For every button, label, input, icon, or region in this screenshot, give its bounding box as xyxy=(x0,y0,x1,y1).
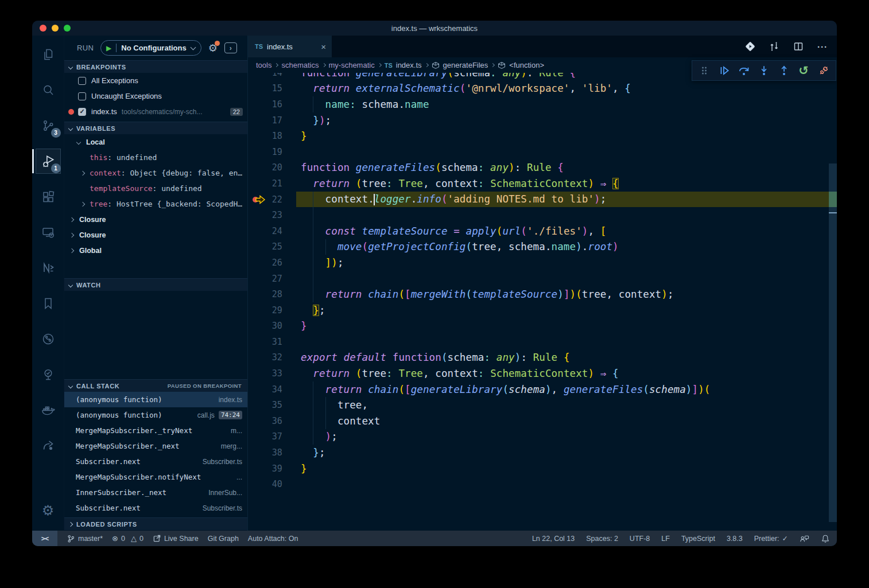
code-line[interactable]: 35 tree, xyxy=(248,397,837,413)
variable-row[interactable]: tree: HostTree {_backend: ScopedH… xyxy=(64,196,247,212)
eol-setting[interactable]: LF xyxy=(661,535,670,543)
line-number[interactable]: 32 xyxy=(248,352,282,363)
code-line[interactable]: 30} xyxy=(248,318,837,334)
line-number[interactable]: 35 xyxy=(248,400,282,410)
split-editor-icon[interactable] xyxy=(793,41,804,52)
line-number[interactable]: 19 xyxy=(248,147,282,157)
line-number[interactable]: 17 xyxy=(248,115,282,126)
line-number[interactable]: 31 xyxy=(248,337,282,347)
breadcrumb-tools[interactable]: tools xyxy=(256,61,271,69)
code-line[interactable]: 39} xyxy=(248,461,837,477)
code-line[interactable]: 26 ]); xyxy=(248,255,837,271)
prettier-status[interactable]: Prettier: ✓ xyxy=(754,534,788,543)
line-number[interactable]: 38 xyxy=(248,447,282,458)
step-out-button[interactable] xyxy=(775,62,793,79)
activity-search[interactable] xyxy=(34,72,62,108)
breakpoint-row[interactable]: ✓index.tstools/schematics/my-sch...22 xyxy=(64,104,247,119)
code-line[interactable]: 28 return chain([mergeWith(templateSourc… xyxy=(248,286,837,302)
line-number[interactable]: 30 xyxy=(248,321,282,331)
typescript-version[interactable]: 3.8.3 xyxy=(727,535,743,543)
activity-docker[interactable] xyxy=(34,392,62,428)
breadcrumb-index-ts[interactable]: index.ts xyxy=(396,61,422,69)
zoom-window-button[interactable] xyxy=(64,25,71,32)
watch-header[interactable]: WATCH xyxy=(64,278,247,291)
minimize-window-button[interactable] xyxy=(52,25,59,32)
variable-row[interactable]: context: Object {debug: false, en… xyxy=(64,165,247,181)
activity-manage[interactable]: ⚙ xyxy=(34,493,62,528)
code-line[interactable]: 15 return externalSchematic('@nrwl/works… xyxy=(248,81,837,97)
step-into-button[interactable] xyxy=(755,62,773,79)
code-line[interactable]: 20function generateFiles(schema: any): R… xyxy=(248,160,837,176)
more-actions-icon[interactable]: ··· xyxy=(817,42,828,52)
breakpoint-checkbox[interactable] xyxy=(78,77,86,85)
code-line[interactable]: 34 return chain([generateLibrary(schema)… xyxy=(248,381,837,398)
code-line[interactable]: 19 xyxy=(248,144,837,160)
step-over-button[interactable] xyxy=(735,62,752,79)
breadcrumb-schematics[interactable]: schematics xyxy=(281,61,319,69)
call-stack-frame[interactable]: MergeMapSubscriber._tryNextm... xyxy=(64,423,247,438)
code-line[interactable]: 40 xyxy=(248,476,837,492)
code-line[interactable]: 36 context xyxy=(248,413,837,429)
line-number[interactable]: 34 xyxy=(248,384,282,395)
remote-indicator[interactable]: >< xyxy=(32,531,57,546)
launch-configuration-dropdown[interactable]: ▶ No Configurations xyxy=(100,40,201,56)
breadcrumb-generateFiles[interactable]: generateFiles xyxy=(443,61,488,69)
code-line[interactable]: 33 return (tree: Tree, context: Schemati… xyxy=(248,365,837,381)
activity-remote-explorer[interactable] xyxy=(34,215,62,250)
code-line[interactable]: 21 return (tree: Tree, context: Schemati… xyxy=(248,176,837,192)
tab-index-ts[interactable]: TS index.ts × xyxy=(248,36,332,57)
toolbar-drag-grip[interactable] xyxy=(696,62,713,79)
activity-nx-console[interactable] xyxy=(34,250,62,286)
call-stack-frame[interactable]: MergeMapSubscriber.notifyNext... xyxy=(64,469,247,485)
code-line[interactable]: 18} xyxy=(248,128,837,144)
call-stack-frame[interactable]: (anonymous function)index.ts xyxy=(64,392,247,407)
line-number[interactable]: 39 xyxy=(248,464,282,474)
code-line[interactable]: 16 name: schema.name xyxy=(248,96,837,112)
line-number[interactable]: 16 xyxy=(248,99,282,110)
code-line[interactable]: 29 }; xyxy=(248,302,837,318)
code-line[interactable]: 22 context.logger.info('adding NOTES.md … xyxy=(248,192,837,208)
call-stack-frame[interactable]: Subscriber.nextSubscriber.ts xyxy=(64,500,247,516)
code-line[interactable]: 24 const templateSource = apply(url('./f… xyxy=(248,223,837,239)
debug-console-icon[interactable]: › xyxy=(224,42,237,53)
line-number[interactable]: 18 xyxy=(248,131,282,141)
call-stack-frame[interactable]: MergeMapSubscriber._nextmerg... xyxy=(64,438,247,454)
line-number[interactable]: 25 xyxy=(248,242,282,252)
call-stack-frame[interactable]: Subscriber.nextSubscriber.ts xyxy=(64,454,247,469)
line-number[interactable]: 26 xyxy=(248,258,282,268)
line-number[interactable]: 27 xyxy=(248,274,282,284)
line-number[interactable]: 21 xyxy=(248,178,282,189)
breadcrumb-function[interactable]: <function> xyxy=(509,61,544,69)
line-number[interactable]: 36 xyxy=(248,416,282,426)
line-number[interactable]: 29 xyxy=(248,305,282,316)
notifications-button[interactable] xyxy=(821,534,830,543)
activity-live-share[interactable] xyxy=(34,428,62,464)
line-number[interactable]: 15 xyxy=(248,83,282,94)
variable-row[interactable]: Closure xyxy=(64,212,247,227)
line-number[interactable]: 28 xyxy=(248,289,282,299)
line-number[interactable]: 40 xyxy=(248,479,282,489)
code-line[interactable]: 32export default function(schema: any): … xyxy=(248,350,837,366)
loaded-scripts-header[interactable]: LOADED SCRIPTS xyxy=(64,517,247,530)
variables-header[interactable]: VARIABLES xyxy=(64,122,247,134)
indentation-setting[interactable]: Spaces: 2 xyxy=(586,535,618,543)
line-number[interactable]: 37 xyxy=(248,431,282,442)
feedback-button[interactable] xyxy=(800,534,809,543)
code-line[interactable]: 27 xyxy=(248,271,837,287)
git-graph-button[interactable]: Git Graph xyxy=(208,535,239,543)
auto-attach-toggle[interactable]: Auto Attach: On xyxy=(248,535,298,543)
cursor-position[interactable]: Ln 22, Col 13 xyxy=(532,535,575,543)
encoding-setting[interactable]: UTF-8 xyxy=(630,535,650,543)
scrollbar-thumb[interactable] xyxy=(829,163,837,522)
variable-row[interactable]: Closure xyxy=(64,227,247,243)
variable-row[interactable]: Global xyxy=(64,243,247,258)
breadcrumb-my-schematic[interactable]: my-schematic xyxy=(329,61,375,69)
debug-run-icon[interactable] xyxy=(745,41,755,52)
live-share-button[interactable]: Live Share xyxy=(153,534,199,543)
language-mode[interactable]: TypeScript xyxy=(681,535,715,543)
continue-button[interactable] xyxy=(716,62,733,79)
close-window-button[interactable] xyxy=(40,25,46,32)
breakpoint-row[interactable]: Uncaught Exceptions xyxy=(64,88,247,104)
restart-button[interactable]: ↺ xyxy=(795,62,812,79)
breakpoints-header[interactable]: BREAKPOINTS xyxy=(64,60,247,73)
